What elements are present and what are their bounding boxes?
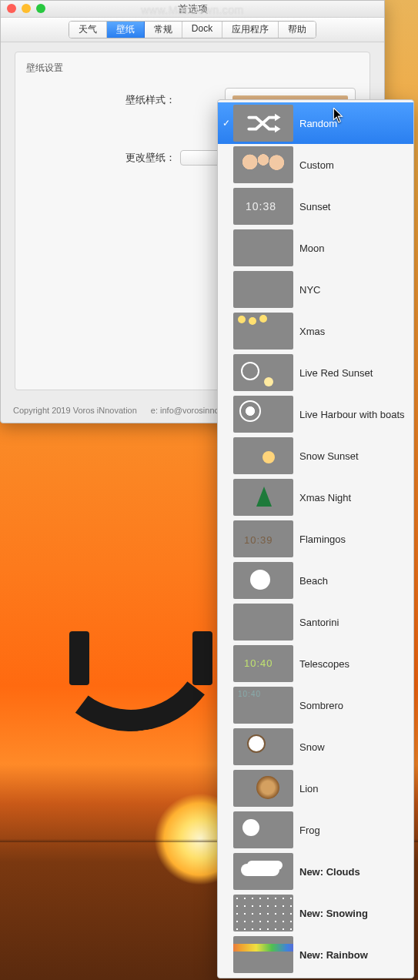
thumbnail-xmas <box>233 313 293 350</box>
menu-item-label: NYC <box>299 284 407 296</box>
menu-item-frog[interactable]: Frog <box>218 809 413 851</box>
thumbnail-moon <box>233 229 293 266</box>
checkmark-icon: ✓ <box>221 118 232 129</box>
menu-item-moon[interactable]: Moon <box>218 227 413 269</box>
menu-item-label: Santorini <box>299 617 407 628</box>
change-label: 更改壁纸： <box>26 151 180 165</box>
thumbnail-frog <box>233 811 293 848</box>
menu-item-label: New: Clouds <box>299 866 407 878</box>
menu-item-clouds[interactable]: New: Clouds <box>218 851 413 892</box>
menu-item-sunset[interactable]: Sunset <box>218 186 413 227</box>
menu-item-label: Live Harbour with boats <box>299 409 407 420</box>
zoom-button[interactable] <box>36 4 45 13</box>
thumbnail-xnight <box>233 479 293 516</box>
thumbnail-clouds <box>233 853 293 890</box>
thumbnail-snowing <box>233 895 293 932</box>
tab-bar: 天气壁纸常规Dock应用程序帮助 <box>69 21 316 38</box>
thumbnail-tele <box>233 645 293 682</box>
menu-item-label: New: Snowing <box>299 908 407 919</box>
menu-item-label: Snow <box>299 741 407 753</box>
menu-item-label: Xmas Night <box>299 492 407 503</box>
menu-item-custom[interactable]: Custom <box>218 144 413 186</box>
menu-item-rainbow[interactable]: New: Rainbow <box>218 934 413 975</box>
wallpaper-style-menu[interactable]: ✓RandomCustomSunsetMoonNYCXmasLive Red S… <box>217 99 414 978</box>
menu-item-snowing[interactable]: New: Snowing <box>218 892 413 934</box>
menu-item-label: Live Red Sunset <box>299 367 407 379</box>
window-controls <box>7 4 45 13</box>
menu-item-harbour[interactable]: Live Harbour with boats <box>218 393 413 435</box>
thumbnail-flam <box>233 520 293 557</box>
menu-item-santo[interactable]: Santorini <box>218 601 413 643</box>
titlebar[interactable]: 首选项 www.MacDown.com <box>1 1 384 18</box>
menu-item-ssun[interactable]: Snow Sunset <box>218 435 413 477</box>
thumbnail-santo <box>233 604 293 641</box>
menu-item-xnight[interactable]: Xmas Night <box>218 477 413 518</box>
menu-item-label: Xmas <box>299 326 407 337</box>
thumbnail-harbour <box>233 396 293 433</box>
thumbnail-sunset <box>233 188 293 225</box>
menu-item-beach[interactable]: Beach <box>218 560 413 601</box>
thumbnail-somb <box>233 687 293 724</box>
menu-item-lion[interactable]: Lion <box>218 768 413 809</box>
tab-wallpaper[interactable]: 壁纸 <box>107 22 145 38</box>
thumbnail-lion <box>233 770 293 807</box>
menu-item-nyc[interactable]: NYC <box>218 269 413 310</box>
menu-item-flam[interactable]: Flamingos <box>218 518 413 560</box>
clock-face-graphic <box>38 547 223 731</box>
menu-item-label: New: Rainbow <box>299 949 407 961</box>
thumbnail-custom <box>233 146 293 183</box>
menu-item-label: Lion <box>299 783 407 794</box>
menu-item-label: Sombrero <box>299 700 407 711</box>
menu-item-lrs[interactable]: Live Red Sunset <box>218 352 413 393</box>
change-wallpaper-button[interactable] <box>180 150 222 166</box>
tab-general[interactable]: 常规 <box>145 22 182 38</box>
minimize-button[interactable] <box>22 4 31 13</box>
tab-dock[interactable]: Dock <box>182 22 222 38</box>
thumbnail-random <box>233 105 293 142</box>
style-label: 壁纸样式： <box>26 93 180 107</box>
menu-item-label: Snow Sunset <box>299 450 407 462</box>
thumbnail-snow <box>233 728 293 765</box>
menu-item-snow[interactable]: Snow <box>218 726 413 768</box>
menu-item-label: Sunset <box>299 201 407 212</box>
menu-item-label: Random <box>299 118 407 129</box>
close-button[interactable] <box>7 4 16 13</box>
group-title: 壁纸设置 <box>26 62 359 75</box>
menu-item-label: Frog <box>299 824 407 836</box>
menu-item-somb[interactable]: Sombrero <box>218 684 413 726</box>
menu-item-label: Telescopes <box>299 658 407 670</box>
thumbnail-ssun <box>233 437 293 474</box>
thumbnail-rainbow <box>233 936 293 973</box>
copyright-text: Copyright 2019 Voros iNnovation <box>13 406 137 415</box>
menu-item-xmas[interactable]: Xmas <box>218 310 413 352</box>
menu-item-label: Moon <box>299 242 407 254</box>
thumbnail-nyc <box>233 271 293 308</box>
menu-item-label: Custom <box>299 159 407 171</box>
shuffle-icon <box>233 105 293 142</box>
tab-weather[interactable]: 天气 <box>69 22 107 38</box>
tab-apps[interactable]: 应用程序 <box>222 22 279 38</box>
menu-item-tele[interactable]: Telescopes <box>218 643 413 684</box>
window-title: 首选项 <box>178 2 208 16</box>
thumbnail-beach <box>233 562 293 599</box>
toolbar: 天气壁纸常规Dock应用程序帮助 <box>1 18 384 42</box>
menu-item-label: Flamingos <box>299 533 407 545</box>
menu-item-random[interactable]: ✓Random <box>218 102 413 144</box>
menu-item-label: Beach <box>299 575 407 587</box>
thumbnail-lrs <box>233 354 293 391</box>
tab-help[interactable]: 帮助 <box>279 22 316 38</box>
